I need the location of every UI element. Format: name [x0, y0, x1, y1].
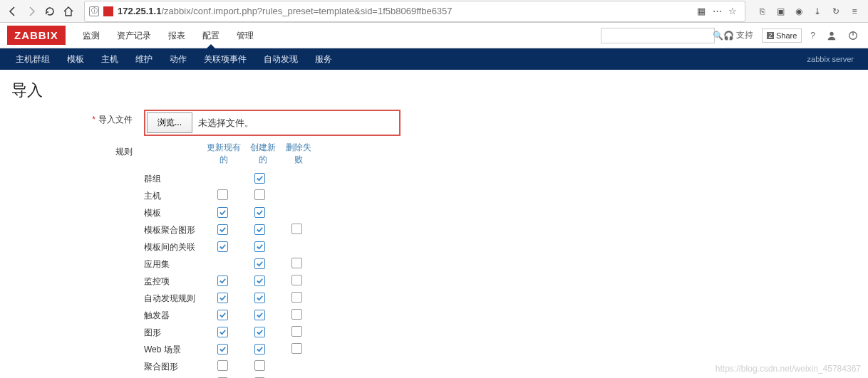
main-nav-item-4[interactable]: 管理: [229, 23, 261, 48]
rules-table: 群组主机模板模板聚合图形模板间的关联应用集监控项自动发现规则触发器图形Web 场…: [144, 170, 315, 378]
checkbox-create-9[interactable]: [254, 327, 265, 337]
main-nav-item-0[interactable]: 监测: [76, 23, 107, 48]
checkbox-update-10[interactable]: [217, 344, 228, 355]
download-icon[interactable]: ⤓: [810, 4, 825, 19]
checkbox-update-8[interactable]: [217, 310, 228, 320]
file-label: *导入文件: [11, 110, 144, 126]
rule-name: 聚合图形: [144, 361, 204, 373]
rule-name: 群组: [144, 173, 204, 185]
file-field: 浏览... 未选择文件。: [144, 110, 401, 136]
rules-row: 规则 更新现有的 创建新的 删除失败 群组主机模板模板聚合图形模板间的关联应用集…: [11, 142, 857, 378]
checkbox-update-11[interactable]: [217, 360, 228, 371]
sub-nav-item-2[interactable]: 主机: [93, 48, 127, 71]
share-button[interactable]: ZShare: [762, 28, 802, 43]
checkbox-create-2[interactable]: [254, 207, 265, 218]
toolbar-right: ⎘ ▣ ◉ ⤓ ↻ ≡: [754, 4, 862, 19]
rule-name: 主机: [144, 190, 204, 202]
main-nav: 监测资产记录报表配置管理: [76, 23, 601, 48]
sub-nav-item-7[interactable]: 服务: [306, 48, 341, 71]
refresh-icon[interactable]: ↻: [828, 4, 844, 19]
rule-name: 自动发现规则: [144, 293, 204, 305]
search-input[interactable]: [606, 31, 713, 41]
browse-button[interactable]: 浏览...: [147, 112, 192, 133]
sub-nav-item-6[interactable]: 自动发现: [255, 48, 306, 71]
help-button[interactable]: ?: [807, 28, 818, 43]
checkbox-delete-7[interactable]: [291, 292, 302, 303]
sub-nav-item-0[interactable]: 主机群组: [7, 48, 58, 71]
menu-icon[interactable]: ≡: [847, 4, 862, 19]
rule-name: 应用集: [144, 258, 204, 271]
main-nav-item-3[interactable]: 配置: [195, 23, 227, 48]
sidebar-icon[interactable]: ▣: [773, 4, 788, 19]
checkbox-delete-8[interactable]: [291, 309, 302, 320]
power-icon[interactable]: [845, 28, 861, 43]
reload-button[interactable]: [43, 4, 57, 19]
rule-name: 图形: [144, 327, 204, 339]
forward-button[interactable]: [24, 4, 38, 19]
rule-name: 模板间的关联: [144, 241, 204, 253]
rule-name: 监控项: [144, 275, 204, 288]
checkbox-update-6[interactable]: [217, 275, 228, 286]
back-button[interactable]: [6, 4, 20, 19]
main-nav-item-2[interactable]: 报表: [161, 23, 192, 48]
sub-nav-item-3[interactable]: 维护: [127, 48, 161, 71]
support-link[interactable]: 🎧 支持: [720, 26, 756, 44]
reader-icon[interactable]: ▦: [693, 4, 709, 19]
rules-block: 更新现有的 创建新的 删除失败 群组主机模板模板聚合图形模板间的关联应用集监控项…: [144, 142, 315, 378]
url-path: /zabbix/conf.import.php?rules_preset=tem…: [161, 6, 452, 16]
checkbox-create-11[interactable]: [254, 360, 265, 371]
checkbox-update-9[interactable]: [217, 327, 228, 337]
info-icon[interactable]: ⓘ: [89, 6, 99, 16]
rule-name: Web 场景: [144, 344, 204, 356]
sub-nav: 主机群组模板主机维护动作关联项事件自动发现服务 zabbix server: [0, 48, 868, 70]
checkbox-update-2[interactable]: [217, 207, 228, 218]
checkbox-create-10[interactable]: [254, 344, 265, 355]
user-icon[interactable]: [824, 28, 839, 43]
rule-row: 触发器: [144, 307, 315, 324]
rules-header: 更新现有的 创建新的 删除失败: [204, 142, 315, 166]
checkbox-delete-5[interactable]: [291, 258, 302, 268]
main-nav-item-1[interactable]: 资产记录: [110, 23, 158, 48]
app-logo[interactable]: ZABBIX: [7, 26, 66, 45]
file-status: 未选择文件。: [198, 117, 398, 130]
checkbox-update-4[interactable]: [217, 241, 228, 252]
sub-nav-items: 主机群组模板主机维护动作关联项事件自动发现服务: [7, 48, 341, 71]
checkbox-create-5[interactable]: [254, 258, 265, 269]
svg-point-0: [830, 31, 833, 35]
checkbox-delete-9[interactable]: [291, 326, 302, 337]
checkbox-create-6[interactable]: [254, 275, 265, 286]
url-bar[interactable]: ⓘ 172.25.1.1/zabbix/conf.import.php?rule…: [84, 1, 745, 22]
checkbox-delete-6[interactable]: [291, 275, 302, 285]
favicon-icon: [103, 6, 113, 16]
sub-nav-item-5[interactable]: 关联项事件: [195, 48, 255, 71]
rule-row: 监控项: [144, 273, 315, 290]
checkbox-delete-10[interactable]: [291, 343, 302, 354]
checkbox-delete-3[interactable]: [291, 224, 302, 234]
col-update: 更新现有的: [204, 142, 244, 166]
checkbox-update-1[interactable]: [217, 189, 228, 200]
rule-name: 模板聚合图形: [144, 224, 204, 236]
import-form: *导入文件 浏览... 未选择文件。 规则 更新现有的 创建新的 删除失败 群组…: [0, 105, 868, 378]
checkbox-create-4[interactable]: [254, 241, 265, 252]
checkbox-update-3[interactable]: [217, 224, 228, 235]
more-icon[interactable]: ⋯: [709, 4, 725, 19]
checkbox-create-1[interactable]: [254, 189, 265, 200]
library-icon[interactable]: ⎘: [754, 4, 770, 19]
search-box[interactable]: 🔍: [601, 28, 715, 43]
checkbox-update-7[interactable]: [217, 293, 228, 303]
home-button[interactable]: [61, 4, 76, 19]
checkbox-create-3[interactable]: [254, 224, 265, 235]
checkbox-create-0[interactable]: [254, 173, 265, 184]
rule-row: 主机: [144, 187, 315, 204]
star-icon[interactable]: ☆: [725, 4, 740, 19]
rule-row: 图形: [144, 324, 315, 341]
sub-nav-item-1[interactable]: 模板: [58, 48, 93, 71]
checkbox-create-8[interactable]: [254, 310, 265, 320]
url-text: 172.25.1.1/zabbix/conf.import.php?rules_…: [118, 6, 693, 16]
share-label: Share: [776, 31, 797, 40]
header-right: 🔍 🎧 支持 ZShare ?: [601, 26, 861, 44]
checkbox-create-7[interactable]: [254, 293, 265, 303]
sync-icon[interactable]: ◉: [791, 4, 807, 19]
sub-nav-item-4[interactable]: 动作: [161, 48, 195, 71]
rule-row: 模板: [144, 204, 315, 221]
